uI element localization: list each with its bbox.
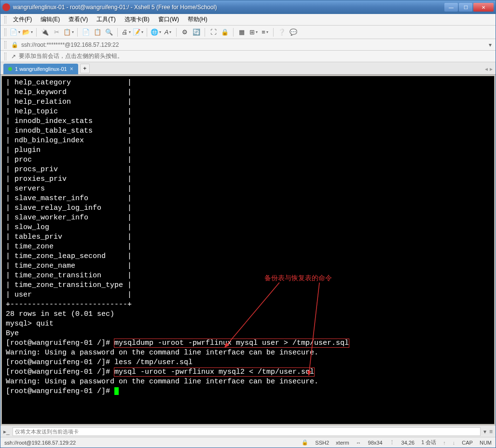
addressbar: 🔒 ssh://root:********@192.168.57.129:22 … [0,39,496,51]
addressbar-dropdown-icon[interactable]: ▾ [489,41,492,48]
open-button[interactable]: 📂 [22,27,33,38]
tab-label: 1 wangruifenglinux-01 [15,66,67,72]
menu-file[interactable]: 文件(F) [9,14,36,25]
print-button[interactable]: 🖨 [121,27,131,38]
status-conn: ssh://root@192.168.57.129:22 [4,440,295,446]
layout-button[interactable]: ▦ [236,27,247,38]
font-button[interactable]: A [163,27,173,38]
status-ssh: SSH2 [315,440,329,446]
hintbar: ↗ 要添加当前会话，点击左侧的箭头按钮。 [0,51,496,62]
menubar: 文件(F) 编辑(E) 查看(V) 工具(T) 选项卡(B) 窗口(W) 帮助(… [0,14,496,26]
sendbar: ▸_ ▾ ≡ [0,425,496,437]
menu-grip[interactable] [4,16,6,24]
terminal[interactable]: | help_category || help_keyword || help_… [1,76,495,424]
encoding-button[interactable]: 🌐 [150,27,162,38]
tab-prev-icon[interactable]: ◂ [485,66,488,72]
send-input[interactable] [13,427,481,436]
hint-icon: ↗ [11,53,16,60]
reconnect-button[interactable]: 🔌 [40,27,50,38]
find-button[interactable]: 🔍 [104,27,114,38]
hintbar-grip[interactable] [4,53,6,60]
status-sessions: 1 会话 [421,439,436,446]
status-up-icon: ↑ [443,440,446,446]
statusbar: ssh://root@192.168.57.129:22 🔒 SSH2 xter… [0,437,496,448]
compose-button[interactable]: 💬 [288,27,299,38]
menu-tabs[interactable]: 选项卡(B) [121,14,153,25]
menu-window[interactable]: 窗口(W) [154,14,183,25]
tab-close-icon[interactable]: × [70,66,73,72]
app-icon [2,3,10,11]
copy-button[interactable]: 📄 [81,27,91,38]
tab-next-icon[interactable]: ▸ [490,66,493,72]
paste-button[interactable]: 📋 [92,27,103,38]
addressbar-grip[interactable] [4,41,6,49]
minimize-button[interactable]: — [444,3,458,12]
annotation-text: 备份表与恢复表的命令 [264,273,332,283]
new-session-button[interactable]: 📄 [9,27,21,38]
status-down-icon: ↓ [453,440,455,446]
tabbar: 1 wangruifenglinux-01 × + ◂ ▸ [0,62,496,75]
xagent-button[interactable]: ⚙ [179,27,190,38]
close-button[interactable]: ✕ [473,3,494,12]
log-button[interactable]: 📝 [132,27,144,38]
status-pos-icon: ⋮ [389,439,395,446]
xftp-button[interactable]: 🔄 [191,27,202,38]
hint-text: 要添加当前会话，点击左侧的箭头按钮。 [19,52,123,60]
status-term: xterm [336,440,349,446]
new-tab-button[interactable]: + [80,64,90,73]
help-button[interactable]: ❔ [276,27,287,38]
tile-button[interactable]: ≡ [260,27,270,38]
status-pos: 34,26 [401,440,415,446]
status-size: 98x34 [368,440,383,446]
menu-view[interactable]: 查看(V) [65,14,92,25]
split-button[interactable]: ⊞ [248,27,259,38]
menu-help[interactable]: 帮助(H) [184,14,211,25]
lock-button[interactable]: 🔒 [220,27,230,38]
toolbar: 📄 📂 🔌 ✂ 📋 📄 📋 🔍 🖨 📝 🌐 A ⚙ 🔄 ⛶ 🔒 ▦ ⊞ ≡ ❔ … [0,26,496,39]
lock-icon: 🔒 [11,41,18,48]
status-caps: CAP [462,440,473,446]
status-ssh-icon: 🔒 [302,439,308,446]
titlebar: wangruifenglinux-01 - root@wangruifeng-0… [0,0,496,14]
toolbar-grip[interactable] [4,28,6,36]
status-size-icon: ↔ [356,440,361,446]
titlebar-text: wangruifenglinux-01 - root@wangruifeng-0… [13,4,444,11]
maximize-button[interactable]: ☐ [459,3,472,12]
properties-button[interactable]: 📋 [63,27,74,38]
send-dropdown-icon[interactable]: ▾ [483,428,486,435]
fullscreen-button[interactable]: ⛶ [208,27,219,38]
disconnect-button[interactable]: ✂ [51,27,62,38]
send-menu-icon[interactable]: ≡ [489,428,493,435]
send-icon: ▸_ [3,428,10,435]
status-dot-icon [8,67,12,71]
status-num: NUM [480,440,492,446]
menu-edit[interactable]: 编辑(E) [37,14,64,25]
menu-tools[interactable]: 工具(T) [93,14,119,25]
addressbar-text[interactable]: ssh://root:********@192.168.57.129:22 [21,41,119,48]
session-tab[interactable]: 1 wangruifenglinux-01 × [3,64,78,74]
